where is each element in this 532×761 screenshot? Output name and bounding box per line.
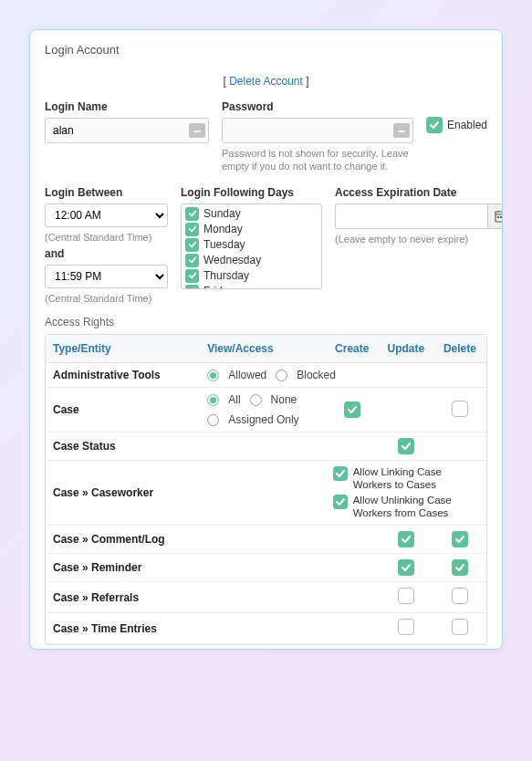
delete-checkbox[interactable] bbox=[452, 588, 468, 604]
col-view: View/Access bbox=[200, 335, 325, 363]
table-row: Case » Reminder bbox=[46, 554, 486, 582]
expiration-date-input[interactable] bbox=[335, 203, 487, 229]
table-row: Case Status bbox=[46, 433, 486, 461]
day-item[interactable]: Wednesday bbox=[185, 253, 318, 268]
login-between-label: Login Between bbox=[45, 186, 168, 199]
enabled-label: Enabled bbox=[447, 119, 487, 131]
day-item[interactable]: Tuesday bbox=[185, 237, 318, 253]
day-checkbox[interactable] bbox=[185, 207, 199, 221]
svg-rect-4 bbox=[497, 216, 499, 218]
day-item[interactable]: Sunday bbox=[185, 206, 318, 222]
table-row: Case » Referrals bbox=[46, 582, 486, 613]
radio-all[interactable] bbox=[207, 394, 219, 406]
delete-checkbox[interactable] bbox=[452, 531, 468, 547]
update-checkbox[interactable] bbox=[398, 619, 414, 635]
update-checkbox[interactable] bbox=[398, 531, 414, 547]
create-checkbox[interactable] bbox=[344, 401, 360, 418]
delete-checkbox[interactable] bbox=[452, 401, 468, 417]
login-start-select[interactable]: 12:00 AM bbox=[45, 203, 168, 227]
enabled-checkbox[interactable] bbox=[426, 117, 443, 133]
col-update: Update bbox=[379, 335, 433, 363]
calendar-button[interactable] bbox=[487, 203, 503, 229]
table-row: Case » Caseworker Allow Linking Case Wor… bbox=[46, 461, 486, 526]
unlink-caseworkers-checkbox[interactable] bbox=[333, 495, 348, 509]
col-delete: Delete bbox=[433, 335, 486, 363]
login-name-label: Login Name bbox=[45, 100, 209, 113]
password-input[interactable] bbox=[222, 118, 413, 143]
col-entity: Type/Entity bbox=[46, 335, 200, 363]
table-row: Case » Comment/Log bbox=[46, 526, 486, 554]
ellipsis-icon[interactable] bbox=[393, 123, 410, 138]
expiration-hint: (Leave empty to never expire) bbox=[335, 233, 503, 245]
table-row: Administrative Tools Allowed Blocked bbox=[46, 363, 486, 388]
day-checkbox[interactable] bbox=[185, 254, 199, 267]
update-checkbox[interactable] bbox=[398, 588, 414, 604]
day-item[interactable]: Monday bbox=[185, 222, 318, 237]
delete-account-row: [ Delete Account ] bbox=[45, 75, 487, 88]
tz-hint-1: (Central Standard Time) bbox=[45, 231, 168, 244]
calendar-icon bbox=[495, 210, 503, 223]
update-checkbox[interactable] bbox=[398, 559, 414, 576]
delete-account-link[interactable]: Delete Account bbox=[229, 75, 303, 88]
update-checkbox[interactable] bbox=[398, 438, 414, 454]
password-hint: Password is not shown for security. Leav… bbox=[222, 147, 413, 173]
day-checkbox[interactable] bbox=[185, 223, 199, 236]
radio-assigned[interactable] bbox=[207, 414, 219, 426]
login-account-panel: Login Account [ Delete Account ] Login N… bbox=[29, 29, 503, 650]
link-caseworkers-checkbox[interactable] bbox=[333, 466, 348, 481]
password-label: Password bbox=[222, 100, 413, 113]
tz-hint-2: (Central Standard Time) bbox=[45, 292, 168, 305]
expiration-label: Access Expiration Date bbox=[335, 186, 503, 199]
day-checkbox[interactable] bbox=[185, 238, 199, 252]
and-label: and bbox=[45, 247, 168, 260]
radio-allowed[interactable] bbox=[207, 370, 219, 381]
access-rights-table: Type/Entity View/Access Create Update De… bbox=[45, 334, 487, 645]
login-days-listbox[interactable]: Sunday Monday Tuesday Wednesday Thursday… bbox=[181, 203, 322, 289]
login-days-label: Login Following Days bbox=[181, 186, 322, 199]
radio-none[interactable] bbox=[250, 394, 262, 406]
day-item[interactable]: Friday bbox=[185, 284, 318, 289]
bracket-close: ] bbox=[303, 75, 309, 88]
access-rights-header: Access Rights bbox=[45, 316, 487, 328]
day-item[interactable]: Thursday bbox=[185, 268, 318, 284]
table-row: Case All None Assigned Only bbox=[46, 388, 486, 433]
col-create: Create bbox=[326, 335, 379, 363]
delete-checkbox[interactable] bbox=[452, 619, 468, 635]
day-checkbox[interactable] bbox=[185, 285, 199, 289]
table-row: Case » Time Entries bbox=[46, 613, 486, 644]
day-checkbox[interactable] bbox=[185, 269, 199, 283]
login-name-input[interactable] bbox=[45, 118, 209, 143]
svg-rect-5 bbox=[500, 216, 502, 218]
delete-checkbox[interactable] bbox=[452, 559, 468, 576]
login-end-select[interactable]: 11:59 PM bbox=[45, 265, 168, 288]
ellipsis-icon[interactable] bbox=[189, 123, 205, 138]
panel-title: Login Account bbox=[45, 43, 487, 57]
radio-blocked[interactable] bbox=[276, 370, 287, 381]
